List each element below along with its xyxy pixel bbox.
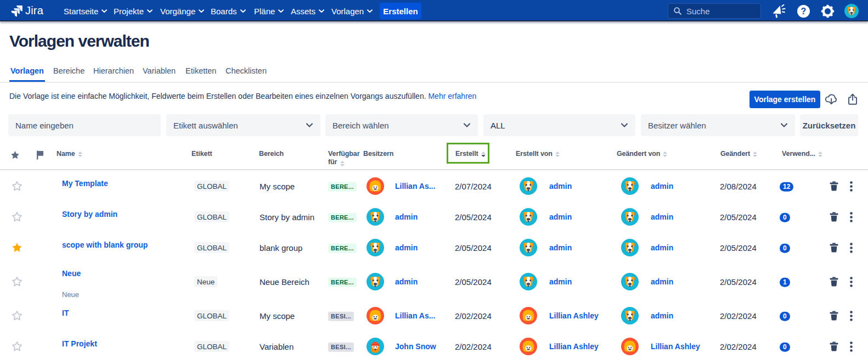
svg-text:?: ? [801, 7, 806, 16]
